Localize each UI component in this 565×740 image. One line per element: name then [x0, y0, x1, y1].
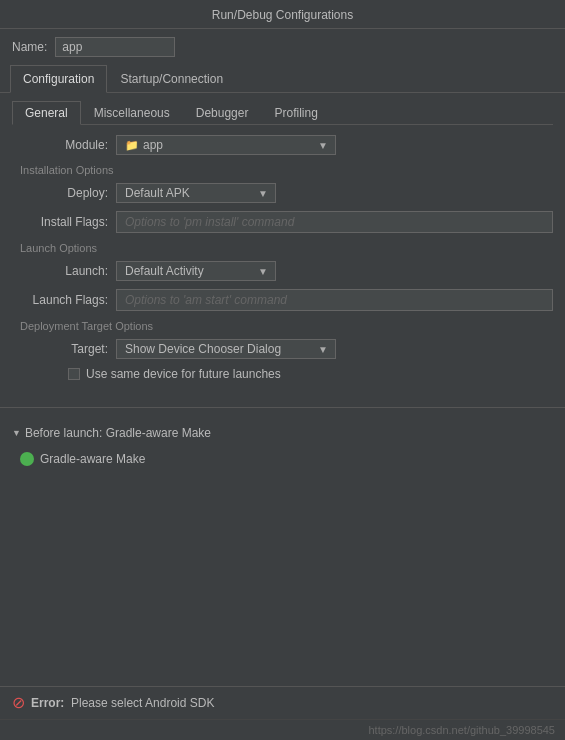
before-launch-title: Before launch: Gradle-aware Make — [25, 426, 211, 440]
name-label: Name: — [12, 40, 47, 54]
launch-dropdown-arrow: ▼ — [255, 266, 271, 277]
tab-miscellaneous[interactable]: Miscellaneous — [81, 101, 183, 125]
before-launch-header[interactable]: ▼ Before launch: Gradle-aware Make — [12, 426, 553, 440]
url-text: https://blog.csdn.net/github_39998545 — [368, 724, 555, 736]
content-area: General Miscellaneous Debugger Profiling… — [0, 93, 565, 397]
divider — [0, 407, 565, 408]
launch-options-section: Launch Options Launch: Default Activity … — [12, 241, 553, 311]
left-accent — [0, 200, 3, 220]
error-bar: ⊘ Error: Please select Android SDK — [0, 686, 565, 719]
name-input[interactable] — [55, 37, 175, 57]
launch-options-label: Launch Options — [20, 242, 97, 254]
module-dropdown-arrow: ▼ — [315, 140, 331, 151]
deploy-dropdown[interactable]: Default APK ▼ — [116, 183, 276, 203]
error-bold: Error: — [31, 696, 64, 710]
deployment-target-section: Deployment Target Options Target: Show D… — [12, 319, 553, 381]
folder-icon: 📁 — [125, 139, 139, 152]
bottom-area: ⊘ Error: Please select Android SDK https… — [0, 686, 565, 740]
launch-label: Launch: — [28, 264, 108, 278]
install-flags-input[interactable] — [116, 211, 553, 233]
target-label: Target: — [28, 342, 108, 356]
install-flags-row: Install Flags: — [12, 211, 553, 233]
module-row: Module: 📁 app ▼ — [12, 135, 553, 155]
launch-flags-row: Launch Flags: — [12, 289, 553, 311]
same-device-checkbox-row: Use same device for future launches — [12, 367, 553, 381]
deploy-row: Deploy: Default APK ▼ — [12, 183, 553, 203]
sub-tabs: General Miscellaneous Debugger Profiling — [12, 101, 553, 125]
tab-profiling[interactable]: Profiling — [261, 101, 330, 125]
launch-row: Launch: Default Activity ▼ — [12, 261, 553, 281]
launch-dropdown[interactable]: Default Activity ▼ — [116, 261, 276, 281]
target-row: Target: Show Device Chooser Dialog ▼ — [12, 339, 553, 359]
installation-options-label: Installation Options — [20, 164, 114, 176]
install-flags-label: Install Flags: — [28, 215, 108, 229]
tab-startup-connection[interactable]: Startup/Connection — [107, 65, 236, 93]
deploy-label: Deploy: — [28, 186, 108, 200]
target-dropdown-arrow: ▼ — [315, 344, 331, 355]
installation-options-section: Installation Options Deploy: Default APK… — [12, 163, 553, 233]
deploy-value: Default APK — [125, 186, 255, 200]
error-text: Error: Please select Android SDK — [31, 696, 214, 710]
module-value: app — [143, 138, 315, 152]
main-tabs: Configuration Startup/Connection — [0, 65, 565, 93]
url-bar: https://blog.csdn.net/github_39998545 — [0, 719, 565, 740]
gradle-item: Gradle-aware Make — [12, 448, 553, 470]
target-value: Show Device Chooser Dialog — [125, 342, 315, 356]
module-dropdown[interactable]: 📁 app ▼ — [116, 135, 336, 155]
triangle-icon: ▼ — [12, 428, 21, 438]
same-device-checkbox[interactable] — [68, 368, 80, 380]
deployment-target-label: Deployment Target Options — [20, 320, 153, 332]
launch-flags-input[interactable] — [116, 289, 553, 311]
tab-configuration[interactable]: Configuration — [10, 65, 107, 93]
error-icon: ⊘ — [12, 695, 25, 711]
target-dropdown[interactable]: Show Device Chooser Dialog ▼ — [116, 339, 336, 359]
gradle-icon — [20, 452, 34, 466]
error-message: Please select Android SDK — [71, 696, 214, 710]
same-device-label: Use same device for future launches — [86, 367, 281, 381]
launch-value: Default Activity — [125, 264, 255, 278]
tab-general[interactable]: General — [12, 101, 81, 125]
tab-debugger[interactable]: Debugger — [183, 101, 262, 125]
launch-flags-label: Launch Flags: — [28, 293, 108, 307]
title-bar: Run/Debug Configurations — [0, 0, 565, 29]
module-label: Module: — [28, 138, 108, 152]
deploy-dropdown-arrow: ▼ — [255, 188, 271, 199]
gradle-label: Gradle-aware Make — [40, 452, 145, 466]
name-row: Name: — [0, 29, 565, 65]
before-launch-section: ▼ Before launch: Gradle-aware Make Gradl… — [0, 418, 565, 478]
title-label: Run/Debug Configurations — [212, 8, 353, 22]
